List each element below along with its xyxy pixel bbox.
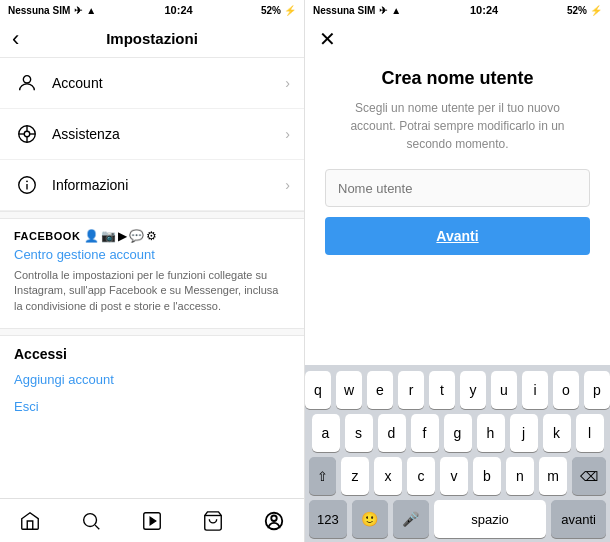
- mic-key[interactable]: 🎤: [393, 500, 429, 538]
- key-u[interactable]: u: [491, 371, 517, 409]
- account-label: Account: [52, 75, 285, 91]
- facebook-description: Controlla le impostazioni per le funzion…: [14, 268, 290, 314]
- keyboard-bottom-row: 123 🙂 🎤 spazio avanti: [309, 500, 606, 538]
- num-key[interactable]: 123: [309, 500, 347, 538]
- key-p[interactable]: p: [584, 371, 610, 409]
- svg-line-11: [95, 525, 99, 529]
- bottom-nav: [0, 498, 304, 542]
- centro-gestione-link[interactable]: Centro gestione account: [14, 247, 290, 262]
- accessi-title: Accessi: [14, 346, 290, 362]
- nav-home[interactable]: [10, 501, 50, 541]
- keyboard-row-1: q w e r t y u i o p: [309, 371, 606, 409]
- informazioni-label: Informazioni: [52, 177, 285, 193]
- carrier-left: Nessuna SIM ✈ ▲: [8, 5, 96, 16]
- wifi-icon-left: ▲: [86, 5, 96, 16]
- informazioni-icon: [14, 172, 40, 198]
- svg-point-2: [24, 131, 30, 137]
- facebook-section: FACEBOOK 👤 📷 ▶ 💬 ⚙ Centro gestione accou…: [0, 219, 304, 328]
- menu-item-account[interactable]: Account ›: [0, 58, 304, 109]
- nav-shop[interactable]: [193, 501, 233, 541]
- key-h[interactable]: h: [477, 414, 505, 452]
- key-m[interactable]: m: [539, 457, 567, 495]
- key-f[interactable]: f: [411, 414, 439, 452]
- facebook-header: FACEBOOK 👤 📷 ▶ 💬 ⚙: [14, 229, 290, 243]
- back-button[interactable]: ‹: [12, 26, 19, 52]
- nav-profile[interactable]: [254, 501, 294, 541]
- key-v[interactable]: v: [440, 457, 468, 495]
- svg-point-0: [23, 76, 30, 83]
- create-username-content: Crea nome utente Scegli un nome utente p…: [305, 58, 610, 365]
- key-l[interactable]: l: [576, 414, 604, 452]
- emoji-key[interactable]: 🙂: [352, 500, 388, 538]
- keyboard: q w e r t y u i o p a s d f g h j k l ⇧ …: [305, 365, 610, 542]
- accessi-section: Accessi Aggiungi account Esci: [0, 336, 304, 424]
- enter-key[interactable]: avanti: [551, 500, 606, 538]
- sim-icon-left: ✈: [74, 5, 82, 16]
- key-n[interactable]: n: [506, 457, 534, 495]
- keyboard-row-3: ⇧ z x c v b n m ⌫: [309, 457, 606, 495]
- section-divider: [0, 211, 304, 219]
- battery-left: 52% ⚡: [261, 5, 296, 16]
- backspace-key[interactable]: ⌫: [572, 457, 606, 495]
- esci-link[interactable]: Esci: [14, 399, 290, 414]
- keyboard-row-2: a s d f g h j k l: [309, 414, 606, 452]
- fb-icon: 👤: [84, 229, 99, 243]
- username-input[interactable]: [325, 169, 590, 207]
- key-c[interactable]: c: [407, 457, 435, 495]
- battery-icon-left: ⚡: [284, 5, 296, 16]
- nav-search[interactable]: [71, 501, 111, 541]
- aggiungi-account-link[interactable]: Aggiungi account: [14, 372, 290, 387]
- nav-reels[interactable]: [132, 501, 172, 541]
- key-s[interactable]: s: [345, 414, 373, 452]
- key-j[interactable]: j: [510, 414, 538, 452]
- gear-fb-icon: ⚙: [146, 229, 157, 243]
- informazioni-chevron: ›: [285, 177, 290, 193]
- menu-item-assistenza[interactable]: Assistenza ›: [0, 109, 304, 160]
- close-button[interactable]: ✕: [319, 27, 336, 51]
- status-bar-left: Nessuna SIM ✈ ▲ 10:24 52% ⚡: [0, 0, 304, 20]
- left-panel: Nessuna SIM ✈ ▲ 10:24 52% ⚡ ‹ Impostazio…: [0, 0, 305, 542]
- key-b[interactable]: b: [473, 457, 501, 495]
- create-username-title: Crea nome utente: [381, 68, 533, 89]
- assistenza-chevron: ›: [285, 126, 290, 142]
- key-y[interactable]: y: [460, 371, 486, 409]
- key-d[interactable]: d: [378, 414, 406, 452]
- time-left: 10:24: [165, 4, 193, 16]
- key-o[interactable]: o: [553, 371, 579, 409]
- modal-top-bar: ✕: [305, 20, 610, 58]
- key-w[interactable]: w: [336, 371, 362, 409]
- section-divider-2: [0, 328, 304, 336]
- account-icon: [14, 70, 40, 96]
- ig-icon: 📷: [101, 229, 116, 243]
- key-q[interactable]: q: [305, 371, 331, 409]
- key-g[interactable]: g: [444, 414, 472, 452]
- key-e[interactable]: e: [367, 371, 393, 409]
- key-x[interactable]: x: [374, 457, 402, 495]
- carrier-right: Nessuna SIM ✈ ▲: [313, 5, 401, 16]
- key-a[interactable]: a: [312, 414, 340, 452]
- key-i[interactable]: i: [522, 371, 548, 409]
- carrier-text-left: Nessuna SIM: [8, 5, 70, 16]
- space-key[interactable]: spazio: [434, 500, 547, 538]
- avanti-button[interactable]: Avanti: [325, 217, 590, 255]
- settings-title: Impostazioni: [106, 30, 198, 47]
- svg-marker-13: [150, 517, 156, 524]
- shift-key[interactable]: ⇧: [309, 457, 336, 495]
- wifi-icon-right: ▲: [391, 5, 401, 16]
- key-t[interactable]: t: [429, 371, 455, 409]
- right-panel: Nessuna SIM ✈ ▲ 10:24 52% ⚡ ✕ Crea nome …: [305, 0, 610, 542]
- status-bar-right: Nessuna SIM ✈ ▲ 10:24 52% ⚡: [305, 0, 610, 20]
- svg-point-16: [271, 515, 277, 521]
- key-r[interactable]: r: [398, 371, 424, 409]
- key-k[interactable]: k: [543, 414, 571, 452]
- account-chevron: ›: [285, 75, 290, 91]
- carrier-text-right: Nessuna SIM: [313, 5, 375, 16]
- assistenza-label: Assistenza: [52, 126, 285, 142]
- facebook-title: FACEBOOK: [14, 230, 80, 242]
- wa-icon: 💬: [129, 229, 144, 243]
- create-username-subtitle: Scegli un nome utente per il tuo nuovo a…: [348, 99, 568, 153]
- key-z[interactable]: z: [341, 457, 369, 495]
- settings-header: ‹ Impostazioni: [0, 20, 304, 58]
- facebook-icons: 👤 📷 ▶ 💬 ⚙: [84, 229, 157, 243]
- menu-item-informazioni[interactable]: Informazioni ›: [0, 160, 304, 211]
